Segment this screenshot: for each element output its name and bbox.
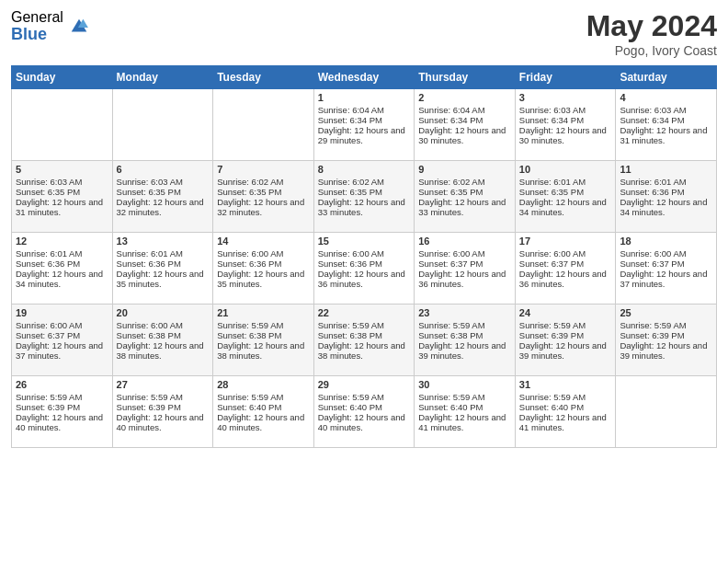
sunset-text: Sunset: 6:36 PM <box>117 259 210 269</box>
calendar-cell: 1Sunrise: 6:04 AMSunset: 6:34 PMDaylight… <box>313 89 415 161</box>
sunrise-text: Sunrise: 5:59 AM <box>519 392 612 402</box>
day-number: 11 <box>620 164 712 175</box>
sunset-text: Sunset: 6:37 PM <box>418 259 511 269</box>
calendar-cell: 21Sunrise: 5:59 AMSunset: 6:38 PMDayligh… <box>213 304 314 376</box>
week-row-5: 26Sunrise: 5:59 AMSunset: 6:39 PMDayligh… <box>12 376 717 448</box>
sunset-text: Sunset: 6:39 PM <box>16 402 108 412</box>
calendar-cell: 2Sunrise: 6:04 AMSunset: 6:34 PMDaylight… <box>415 89 516 161</box>
daylight-text: Daylight: 12 hours and 33 minutes. <box>418 197 511 217</box>
sunrise-text: Sunrise: 6:00 AM <box>620 248 712 259</box>
calendar-cell: 17Sunrise: 6:00 AMSunset: 6:37 PMDayligh… <box>515 233 616 304</box>
daylight-text: Daylight: 12 hours and 38 minutes. <box>318 340 411 361</box>
daylight-text: Daylight: 12 hours and 35 minutes. <box>217 269 310 289</box>
day-number: 23 <box>418 307 511 318</box>
daylight-text: Daylight: 12 hours and 34 minutes. <box>620 197 712 217</box>
sunset-text: Sunset: 6:35 PM <box>117 187 210 197</box>
sunrise-text: Sunrise: 6:01 AM <box>620 177 712 187</box>
daylight-text: Daylight: 12 hours and 40 minutes. <box>318 412 411 432</box>
logo-icon <box>69 17 89 37</box>
daylight-text: Daylight: 12 hours and 34 minutes. <box>16 269 108 289</box>
daylight-text: Daylight: 12 hours and 39 minutes. <box>519 340 612 361</box>
calendar-cell: 13Sunrise: 6:01 AMSunset: 6:36 PMDayligh… <box>112 233 213 304</box>
weekday-header-wednesday: Wednesday <box>313 66 415 89</box>
sunrise-text: Sunrise: 6:01 AM <box>16 248 108 259</box>
sunrise-text: Sunrise: 6:00 AM <box>318 248 411 259</box>
calendar-cell: 7Sunrise: 6:02 AMSunset: 6:35 PMDaylight… <box>213 161 314 233</box>
logo-text: General Blue <box>11 9 63 43</box>
sunrise-text: Sunrise: 5:59 AM <box>318 392 411 402</box>
daylight-text: Daylight: 12 hours and 37 minutes. <box>16 340 108 361</box>
calendar-cell: 22Sunrise: 5:59 AMSunset: 6:38 PMDayligh… <box>313 304 415 376</box>
daylight-text: Daylight: 12 hours and 33 minutes. <box>318 197 411 217</box>
sunrise-text: Sunrise: 5:59 AM <box>217 392 310 402</box>
sunset-text: Sunset: 6:39 PM <box>620 330 712 340</box>
calendar-cell <box>616 376 717 448</box>
calendar-cell: 5Sunrise: 6:03 AMSunset: 6:35 PMDaylight… <box>12 161 113 233</box>
daylight-text: Daylight: 12 hours and 30 minutes. <box>519 125 612 145</box>
sunset-text: Sunset: 6:35 PM <box>318 187 411 197</box>
daylight-text: Daylight: 12 hours and 35 minutes. <box>117 269 210 289</box>
calendar-cell: 15Sunrise: 6:00 AMSunset: 6:36 PMDayligh… <box>313 233 415 304</box>
calendar-cell: 12Sunrise: 6:01 AMSunset: 6:36 PMDayligh… <box>12 233 113 304</box>
page: General Blue May 2024 Pogo, Ivory Coast … <box>0 0 728 563</box>
weekday-header-thursday: Thursday <box>415 66 516 89</box>
sunrise-text: Sunrise: 6:03 AM <box>620 105 712 115</box>
sunset-text: Sunset: 6:38 PM <box>117 330 210 340</box>
calendar-cell: 16Sunrise: 6:00 AMSunset: 6:37 PMDayligh… <box>415 233 516 304</box>
logo-general: General <box>11 9 63 26</box>
sunset-text: Sunset: 6:40 PM <box>217 402 310 412</box>
weekday-header-tuesday: Tuesday <box>213 66 314 89</box>
daylight-text: Daylight: 12 hours and 40 minutes. <box>217 412 310 432</box>
day-number: 14 <box>217 236 310 247</box>
calendar-cell: 3Sunrise: 6:03 AMSunset: 6:34 PMDaylight… <box>515 89 616 161</box>
calendar-cell: 8Sunrise: 6:02 AMSunset: 6:35 PMDaylight… <box>313 161 415 233</box>
sunset-text: Sunset: 6:38 PM <box>217 330 310 340</box>
weekday-header-friday: Friday <box>515 66 616 89</box>
sunset-text: Sunset: 6:36 PM <box>620 187 712 197</box>
daylight-text: Daylight: 12 hours and 41 minutes. <box>519 412 612 432</box>
sunrise-text: Sunrise: 6:01 AM <box>117 248 210 259</box>
sunrise-text: Sunrise: 6:00 AM <box>217 248 310 259</box>
sunset-text: Sunset: 6:37 PM <box>519 259 612 269</box>
calendar-cell: 4Sunrise: 6:03 AMSunset: 6:34 PMDaylight… <box>616 89 717 161</box>
calendar-cell <box>12 89 113 161</box>
day-number: 10 <box>519 164 612 175</box>
calendar-cell: 24Sunrise: 5:59 AMSunset: 6:39 PMDayligh… <box>515 304 616 376</box>
day-number: 29 <box>318 379 411 390</box>
sunrise-text: Sunrise: 6:00 AM <box>519 248 612 259</box>
daylight-text: Daylight: 12 hours and 31 minutes. <box>620 125 712 145</box>
day-number: 25 <box>620 307 712 318</box>
daylight-text: Daylight: 12 hours and 41 minutes. <box>418 412 511 432</box>
weekday-header-row: SundayMondayTuesdayWednesdayThursdayFrid… <box>12 66 717 89</box>
month-title: May 2024 <box>586 9 717 43</box>
sunrise-text: Sunrise: 6:02 AM <box>418 177 511 187</box>
calendar-cell: 6Sunrise: 6:03 AMSunset: 6:35 PMDaylight… <box>112 161 213 233</box>
sunset-text: Sunset: 6:34 PM <box>620 115 712 125</box>
calendar-cell <box>213 89 314 161</box>
calendar-cell: 10Sunrise: 6:01 AMSunset: 6:35 PMDayligh… <box>515 161 616 233</box>
day-number: 27 <box>117 379 210 390</box>
calendar-cell: 27Sunrise: 5:59 AMSunset: 6:39 PMDayligh… <box>112 376 213 448</box>
logo-blue: Blue <box>11 26 63 44</box>
sunrise-text: Sunrise: 6:02 AM <box>217 177 310 187</box>
day-number: 15 <box>318 236 411 247</box>
calendar-cell: 11Sunrise: 6:01 AMSunset: 6:36 PMDayligh… <box>616 161 717 233</box>
sunset-text: Sunset: 6:36 PM <box>16 259 108 269</box>
week-row-1: 1Sunrise: 6:04 AMSunset: 6:34 PMDaylight… <box>12 89 717 161</box>
sunrise-text: Sunrise: 5:59 AM <box>117 392 210 402</box>
header: General Blue May 2024 Pogo, Ivory Coast <box>11 9 717 58</box>
sunrise-text: Sunrise: 6:03 AM <box>16 177 108 187</box>
daylight-text: Daylight: 12 hours and 31 minutes. <box>16 197 108 217</box>
day-number: 9 <box>418 164 511 175</box>
daylight-text: Daylight: 12 hours and 39 minutes. <box>418 340 511 361</box>
daylight-text: Daylight: 12 hours and 37 minutes. <box>620 269 712 289</box>
daylight-text: Daylight: 12 hours and 39 minutes. <box>620 340 712 361</box>
calendar-cell: 29Sunrise: 5:59 AMSunset: 6:40 PMDayligh… <box>313 376 415 448</box>
daylight-text: Daylight: 12 hours and 38 minutes. <box>117 340 210 361</box>
sunset-text: Sunset: 6:34 PM <box>318 115 411 125</box>
day-number: 24 <box>519 307 612 318</box>
day-number: 18 <box>620 236 712 247</box>
sunset-text: Sunset: 6:35 PM <box>418 187 511 197</box>
sunset-text: Sunset: 6:40 PM <box>418 402 511 412</box>
sunrise-text: Sunrise: 5:59 AM <box>318 320 411 330</box>
